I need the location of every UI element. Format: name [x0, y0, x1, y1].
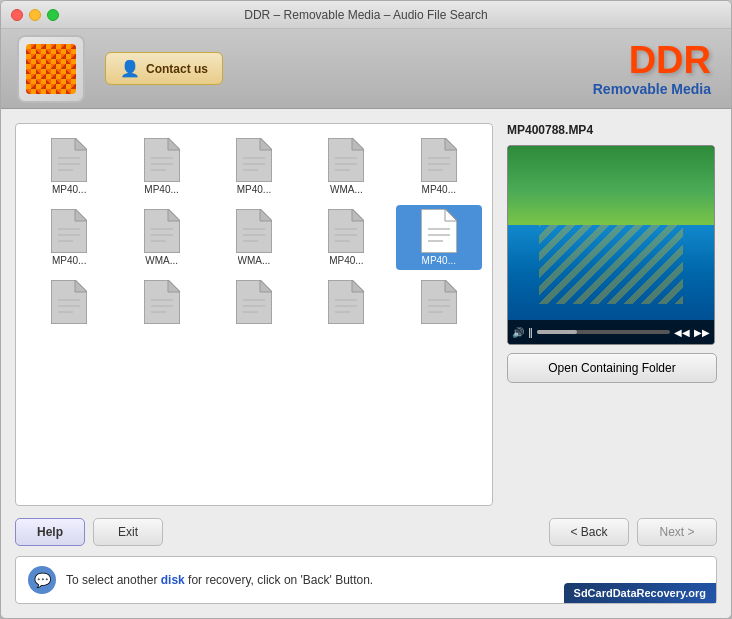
close-button[interactable] [11, 9, 23, 21]
status-bar: 💬 To select another disk for recovery, c… [15, 556, 717, 604]
svg-marker-21 [445, 138, 457, 150]
skip-back-button[interactable]: ◀◀ [674, 327, 690, 338]
file-icon [328, 280, 364, 324]
exit-button[interactable]: Exit [93, 518, 163, 546]
preview-panel: MP400788.MP4 🔊 ‖ ◀◀ ▶▶ Open C [507, 123, 717, 506]
file-item[interactable]: MP40... [396, 134, 482, 199]
brand-sub: Removable Media [593, 81, 711, 97]
file-grid-container: MP40... MP40... MP40... WMA... MP40... M… [15, 123, 493, 506]
file-icon [421, 138, 457, 182]
file-label: MP40... [422, 255, 456, 266]
file-item[interactable] [211, 276, 297, 330]
progress-bar[interactable] [537, 330, 670, 334]
file-label: WMA... [238, 255, 271, 266]
logo-icon [26, 44, 76, 94]
file-label: MP40... [422, 184, 456, 195]
file-item[interactable]: MP40... [118, 134, 204, 199]
file-label: MP40... [144, 184, 178, 195]
svg-marker-31 [168, 209, 180, 221]
file-icon [421, 280, 457, 324]
svg-marker-66 [352, 280, 364, 292]
pause-button[interactable]: ‖ [528, 327, 533, 338]
contact-label: Contact us [146, 62, 208, 76]
file-icon [236, 138, 272, 182]
person-icon: 👤 [120, 59, 140, 78]
file-icon [144, 138, 180, 182]
file-label: MP40... [52, 255, 86, 266]
file-item[interactable] [26, 276, 112, 330]
progress-fill [537, 330, 577, 334]
svg-marker-61 [260, 280, 272, 292]
svg-marker-16 [352, 138, 364, 150]
svg-marker-36 [260, 209, 272, 221]
back-button[interactable]: < Back [549, 518, 629, 546]
file-item[interactable] [396, 276, 482, 330]
svg-marker-6 [168, 138, 180, 150]
brand-area: DDR Removable Media [593, 41, 711, 97]
file-item[interactable]: MP40... [303, 205, 389, 270]
video-controls: 🔊 ‖ ◀◀ ▶▶ [508, 320, 714, 344]
traffic-lights [11, 9, 59, 21]
volume-icon[interactable]: 🔊 [512, 327, 524, 338]
svg-marker-26 [75, 209, 87, 221]
file-icon [144, 280, 180, 324]
svg-marker-41 [352, 209, 364, 221]
bottom-row: Help Exit < Back Next > [15, 516, 717, 546]
svg-marker-56 [168, 280, 180, 292]
contact-button[interactable]: 👤 Contact us [105, 52, 223, 85]
preview-video: 🔊 ‖ ◀◀ ▶▶ [507, 145, 715, 345]
file-icon [51, 138, 87, 182]
file-item[interactable]: WMA... [303, 134, 389, 199]
file-label: MP40... [52, 184, 86, 195]
file-item[interactable]: MP40... [26, 205, 112, 270]
file-icon [51, 280, 87, 324]
highlight-disk: disk [161, 573, 185, 587]
svg-marker-1 [75, 138, 87, 150]
file-item[interactable]: MP40... [211, 134, 297, 199]
maximize-button[interactable] [47, 9, 59, 21]
main-content: MP40... MP40... MP40... WMA... MP40... M… [1, 109, 731, 618]
file-item[interactable]: MP40... [26, 134, 112, 199]
minimize-button[interactable] [29, 9, 41, 21]
file-icon [144, 209, 180, 253]
file-label: MP40... [329, 255, 363, 266]
file-item[interactable]: MP40... [396, 205, 482, 270]
svg-marker-71 [445, 280, 457, 292]
brand-name: DDR [593, 41, 711, 79]
svg-marker-11 [260, 138, 272, 150]
video-sky [508, 146, 714, 235]
file-label: MP40... [237, 184, 271, 195]
svg-marker-46 [445, 209, 457, 221]
next-button[interactable]: Next > [637, 518, 717, 546]
header: 👤 Contact us DDR Removable Media [1, 29, 731, 109]
file-label: WMA... [330, 184, 363, 195]
file-item[interactable]: WMA... [211, 205, 297, 270]
file-icon [51, 209, 87, 253]
file-item[interactable] [118, 276, 204, 330]
help-button[interactable]: Help [15, 518, 85, 546]
titlebar: DDR – Removable Media – Audio File Searc… [1, 1, 731, 29]
main-window: DDR – Removable Media – Audio File Searc… [0, 0, 732, 619]
file-icon [236, 209, 272, 253]
window-title: DDR – Removable Media – Audio File Searc… [244, 8, 487, 22]
skip-fwd-button[interactable]: ▶▶ [694, 327, 710, 338]
file-icon [328, 138, 364, 182]
file-label: WMA... [145, 255, 178, 266]
file-icon [421, 209, 457, 253]
video-fish [539, 225, 683, 304]
logo-box [17, 35, 85, 103]
preview-filename: MP400788.MP4 [507, 123, 717, 137]
file-item[interactable] [303, 276, 389, 330]
info-icon: 💬 [28, 566, 56, 594]
watermark: SdCardDataRecovery.org [564, 583, 716, 603]
svg-marker-51 [75, 280, 87, 292]
file-item[interactable]: WMA... [118, 205, 204, 270]
file-grid: MP40... MP40... MP40... WMA... MP40... M… [26, 134, 482, 330]
file-icon [328, 209, 364, 253]
file-icon [236, 280, 272, 324]
content-row: MP40... MP40... MP40... WMA... MP40... M… [15, 123, 717, 506]
open-folder-button[interactable]: Open Containing Folder [507, 353, 717, 383]
